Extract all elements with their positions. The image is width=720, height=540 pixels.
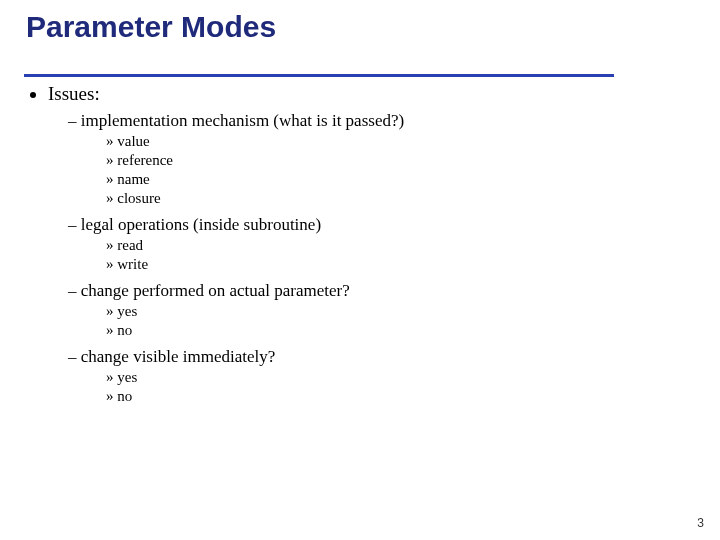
level3-list: yes no — [68, 303, 696, 339]
level2-list: implementation mechanism (what is it pas… — [48, 111, 696, 405]
level1-text: Issues: — [48, 83, 100, 104]
level1-list: Issues: implementation mechanism (what i… — [24, 83, 696, 405]
level3-item: no — [106, 388, 696, 405]
level3-list: value reference name closure — [68, 133, 696, 207]
level2-text: implementation mechanism (what is it pas… — [81, 111, 404, 130]
level3-text: name — [117, 171, 149, 187]
level3-text: write — [117, 256, 148, 272]
level3-item: name — [106, 171, 696, 188]
level3-item: read — [106, 237, 696, 254]
level3-item: yes — [106, 369, 696, 386]
level2-item: change visible immediately? yes no — [68, 347, 696, 405]
level3-text: no — [117, 388, 132, 404]
level2-item: implementation mechanism (what is it pas… — [68, 111, 696, 207]
level1-item: Issues: implementation mechanism (what i… — [48, 83, 696, 405]
level2-text: change visible immediately? — [81, 347, 276, 366]
level3-item: closure — [106, 190, 696, 207]
level3-text: reference — [117, 152, 173, 168]
level3-item: no — [106, 322, 696, 339]
page-number: 3 — [697, 516, 704, 530]
title-rule — [24, 74, 614, 77]
level3-text: no — [117, 322, 132, 338]
level3-text: closure — [117, 190, 160, 206]
level2-text: legal operations (inside subroutine) — [81, 215, 321, 234]
level3-item: value — [106, 133, 696, 150]
level3-text: read — [117, 237, 143, 253]
level3-text: yes — [117, 369, 137, 385]
level3-text: value — [117, 133, 149, 149]
level3-list: yes no — [68, 369, 696, 405]
slide: Parameter Modes Issues: implementation m… — [0, 0, 720, 540]
level3-text: yes — [117, 303, 137, 319]
level2-item: change performed on actual parameter? ye… — [68, 281, 696, 339]
level2-text: change performed on actual parameter? — [81, 281, 350, 300]
level3-item: write — [106, 256, 696, 273]
slide-title: Parameter Modes — [24, 10, 696, 44]
level3-list: read write — [68, 237, 696, 273]
level3-item: yes — [106, 303, 696, 320]
level2-item: legal operations (inside subroutine) rea… — [68, 215, 696, 273]
level3-item: reference — [106, 152, 696, 169]
